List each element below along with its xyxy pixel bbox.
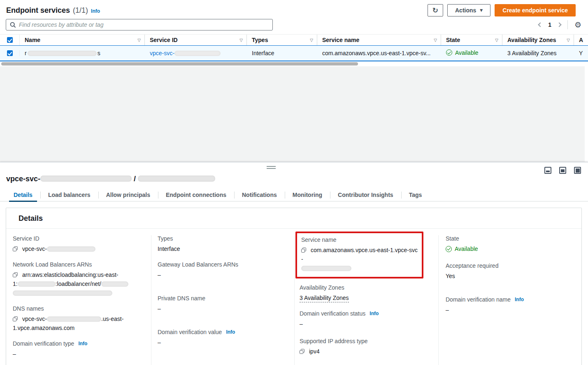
- field-state: State Available: [446, 235, 574, 255]
- details-column-2: Types Interface Gateway Load Balancers A…: [151, 235, 295, 365]
- column-header-availability-zones[interactable]: Availability Zones ▽: [502, 35, 574, 45]
- redacted-name: [28, 51, 97, 56]
- copy-icon[interactable]: [13, 316, 18, 321]
- column-header-service-name[interactable]: Service name ▽: [317, 35, 441, 45]
- redacted-value: [301, 266, 351, 271]
- panel-title: vpce-svc- /: [6, 175, 581, 183]
- endpoint-services-list-section: Endpoint services (1/1) Info ↻ Actions ▼…: [0, 0, 588, 66]
- next-page-button[interactable]: [557, 22, 561, 27]
- field-availability-zones: Availability Zones 3 Availability Zones: [300, 284, 431, 302]
- pagination-divider: [567, 20, 568, 29]
- create-endpoint-service-button[interactable]: Create endpoint service: [495, 4, 576, 16]
- field-acceptance-required: Acceptance required Yes: [446, 262, 574, 281]
- column-header-service-id[interactable]: Service ID ▽: [145, 35, 247, 45]
- details-column-4: State Available Acceptance required Yes: [439, 235, 581, 365]
- details-card: Details Service ID vpce-svc- Network Loa…: [6, 208, 582, 365]
- search-input[interactable]: [19, 21, 269, 28]
- details-card-heading: Details: [6, 208, 581, 229]
- field-domain-verification-type: Domain verification type Info –: [13, 340, 144, 358]
- refresh-icon: ↻: [432, 7, 438, 14]
- settings-gear-icon[interactable]: ⚙: [574, 21, 581, 29]
- field-supported-ip-address-type: Supported IP address type ipv4: [300, 338, 431, 356]
- redacted-value: [47, 246, 95, 252]
- filter-icon[interactable]: ▽: [567, 38, 570, 42]
- panel-size-half-icon[interactable]: [559, 167, 566, 174]
- row-checkbox[interactable]: [7, 50, 13, 56]
- filter-icon[interactable]: ▽: [310, 38, 313, 42]
- tab-contributor-insights[interactable]: Contributor Insights: [330, 189, 401, 201]
- filter-icon[interactable]: ▽: [137, 38, 141, 42]
- copy-icon[interactable]: [13, 246, 18, 251]
- field-gateway-lb-arns: Gateway Load Balancers ARNs –: [158, 261, 287, 279]
- field-service-name: Service name com.amazonaws.vpce.us-east-…: [301, 236, 418, 273]
- search-icon: [10, 22, 16, 28]
- tab-monitoring[interactable]: Monitoring: [285, 189, 330, 201]
- split-panel-drag-handle[interactable]: [267, 166, 276, 170]
- status-badge: Available: [446, 49, 479, 56]
- filter-icon[interactable]: ▽: [434, 38, 437, 42]
- check-circle-icon: [446, 49, 452, 56]
- field-types: Types Interface: [158, 235, 287, 253]
- redacted-name: [138, 175, 215, 182]
- details-column-3: Service name com.amazonaws.vpce.us-east-…: [295, 235, 439, 365]
- copy-icon[interactable]: [301, 248, 306, 253]
- search-row: 1 ⚙: [0, 16, 588, 30]
- availability-zones-popover-link[interactable]: 3 Availability Zones: [300, 295, 349, 302]
- field-domain-verification-value: Domain verification value Info –: [158, 329, 287, 347]
- split-panel: vpce-svc- / Details Load balancers Allow…: [0, 162, 588, 365]
- tab-tags[interactable]: Tags: [401, 189, 430, 201]
- cell-service-name: com.amazonaws.vpce.us-east-1.vpce-sv...: [317, 50, 441, 56]
- field-dns-names: DNS names vpce-svc-.us-east- 1.vpce.amaz…: [13, 305, 144, 332]
- page-title: Endpoint services: [6, 6, 70, 15]
- field-domain-verification-name: Domain verification name Info –: [446, 296, 574, 314]
- page-number[interactable]: 1: [547, 21, 552, 28]
- tab-details[interactable]: Details: [6, 189, 40, 201]
- refresh-button[interactable]: ↻: [428, 4, 443, 16]
- pagination: 1 ⚙: [539, 20, 581, 29]
- panel-size-small-icon[interactable]: [544, 167, 551, 174]
- field-private-dns-name: Private DNS name –: [158, 295, 287, 313]
- cell-types: Interface: [247, 50, 317, 56]
- copy-icon[interactable]: [300, 349, 304, 354]
- service-id-link[interactable]: vpce-svc-: [150, 50, 221, 56]
- page-info-link[interactable]: Info: [91, 8, 100, 14]
- info-link[interactable]: Info: [78, 341, 87, 346]
- field-nlb-arns: Network Load Balancers ARNs arn:aws:elas…: [13, 261, 144, 297]
- row-checkbox-cell: [0, 50, 20, 56]
- cell-state: Available: [441, 49, 502, 57]
- search-box[interactable]: [6, 19, 273, 30]
- horizontal-scrollbar-thumb[interactable]: [1, 62, 358, 66]
- details-card-body: Service ID vpce-svc- Network Load Balanc…: [6, 229, 581, 365]
- redacted-account-id: [18, 281, 56, 287]
- panel-size-full-icon[interactable]: [574, 167, 581, 174]
- table-header-row: Name ▽ Service ID ▽ Types ▽ Service name…: [0, 34, 588, 45]
- service-name-highlight-box: Service name com.amazonaws.vpce.us-east-…: [295, 232, 423, 278]
- column-header-acceptance-truncated[interactable]: A: [574, 35, 588, 45]
- table-row[interactable]: rs vpce-svc- Interface com.amazonaws.vpc…: [0, 45, 588, 61]
- redacted-value: [101, 281, 128, 287]
- info-link[interactable]: Info: [226, 329, 235, 335]
- copy-icon[interactable]: [13, 272, 18, 277]
- previous-page-button[interactable]: [538, 22, 542, 27]
- filter-icon[interactable]: ▽: [495, 38, 498, 42]
- tab-allow-principals[interactable]: Allow principals: [98, 189, 158, 201]
- tab-endpoint-connections[interactable]: Endpoint connections: [158, 189, 234, 201]
- tab-load-balancers[interactable]: Load balancers: [40, 189, 98, 201]
- select-all-checkbox-cell: [0, 35, 20, 45]
- horizontal-scrollbar: [0, 62, 588, 66]
- column-header-types[interactable]: Types ▽: [247, 35, 317, 45]
- actions-button[interactable]: Actions ▼: [447, 4, 490, 16]
- status-badge: Available: [446, 244, 478, 253]
- column-header-state[interactable]: State ▽: [441, 35, 502, 45]
- field-service-id: Service ID vpce-svc-: [13, 235, 144, 253]
- check-circle-icon: [446, 246, 452, 252]
- info-link[interactable]: Info: [370, 311, 379, 316]
- filter-icon[interactable]: ▽: [239, 38, 243, 42]
- info-link[interactable]: Info: [515, 297, 524, 302]
- tab-notifications[interactable]: Notifications: [234, 189, 285, 201]
- details-column-1: Service ID vpce-svc- Network Load Balanc…: [6, 235, 151, 365]
- cell-acceptance-truncated: Y: [574, 50, 588, 56]
- column-header-name[interactable]: Name ▽: [20, 35, 145, 45]
- select-all-checkbox[interactable]: [7, 37, 13, 43]
- availability-zones-popover-link[interactable]: 3 Availability Zones: [507, 50, 557, 56]
